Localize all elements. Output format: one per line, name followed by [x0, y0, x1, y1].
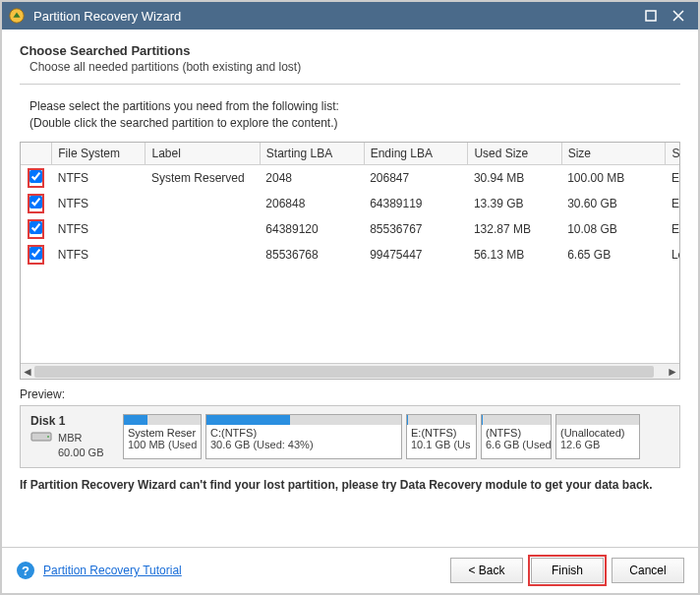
- partition-block[interactable]: E:(NTFS)10.1 GB (Us: [406, 414, 477, 459]
- disk-size: 60.00 GB: [58, 446, 115, 458]
- partition-block[interactable]: System Reser100 MB (Used: [123, 414, 202, 459]
- cell-size: 100.00 MB: [561, 164, 666, 191]
- cell-status: Exis: [666, 191, 679, 216]
- partition-label: (NTFS): [482, 425, 551, 439]
- cell-elba: 64389119: [364, 191, 468, 216]
- cell-fs: NTFS: [52, 242, 146, 268]
- partition-block[interactable]: (NTFS)6.6 GB (Used:: [481, 414, 552, 459]
- partition-sub: 100 MB (Used: [124, 439, 201, 452]
- cell-used: 13.39 GB: [468, 191, 561, 216]
- page-heading: Choose Searched Partitions: [20, 43, 680, 58]
- cell-fs: NTFS: [52, 191, 146, 216]
- cell-label: [146, 191, 260, 216]
- col-used-size[interactable]: Used Size: [468, 143, 561, 165]
- cell-slba: 206848: [260, 191, 364, 216]
- close-button[interactable]: [665, 4, 692, 28]
- col-label[interactable]: Label: [146, 143, 260, 165]
- partition-block[interactable]: (Unallocated)12.6 GB: [555, 414, 640, 459]
- cell-elba: 85536767: [364, 216, 468, 242]
- table-row[interactable]: NTFS6438912085536767132.87 MB10.08 GBExi…: [21, 216, 679, 242]
- cell-status: Los: [666, 242, 679, 268]
- preview-box: Disk 1 MBR 60.00 GB System Reser100 MB (…: [20, 405, 680, 468]
- app-icon: [8, 7, 26, 25]
- cell-slba: 85536768: [260, 242, 364, 268]
- cell-size: 10.08 GB: [561, 216, 666, 242]
- cancel-button[interactable]: Cancel: [612, 558, 684, 583]
- finish-button[interactable]: Finish: [531, 558, 604, 583]
- scroll-right-icon[interactable]: ►: [666, 364, 679, 380]
- cell-fs: NTFS: [52, 164, 146, 191]
- row-checkbox[interactable]: [29, 170, 42, 183]
- titlebar: Partition Recovery Wizard: [2, 2, 698, 30]
- partition-sub: 10.1 GB (Us: [407, 439, 476, 452]
- cell-elba: 99475447: [364, 242, 468, 268]
- table-row[interactable]: NTFS855367689947544756.13 MB6.65 GBLos: [21, 242, 679, 268]
- table-row[interactable]: NTFSSystem Reserved204820684730.94 MB100…: [21, 164, 679, 191]
- horizontal-scrollbar[interactable]: ◄ ►: [21, 363, 679, 379]
- cell-status: Exis: [666, 164, 679, 191]
- cell-slba: 64389120: [260, 216, 364, 242]
- help-icon[interactable]: ?: [16, 561, 35, 580]
- maximize-button[interactable]: [637, 4, 665, 28]
- scroll-left-icon[interactable]: ◄: [21, 364, 34, 380]
- cell-used: 56.13 MB: [468, 242, 561, 268]
- cell-used: 30.94 MB: [468, 164, 561, 191]
- partition-sub: 12.6 GB: [556, 439, 639, 452]
- partition-label: (Unallocated): [556, 425, 639, 439]
- partition-sub: 6.6 GB (Used:: [482, 439, 551, 452]
- partition-sub: 30.6 GB (Used: 43%): [206, 439, 401, 452]
- scroll-thumb[interactable]: [34, 366, 654, 378]
- back-button[interactable]: < Back: [450, 558, 523, 583]
- svg-point-3: [47, 436, 49, 438]
- partition-table: File System Label Starting LBA Ending LB…: [20, 142, 680, 380]
- page-subheading: Choose all needed partitions (both exist…: [29, 60, 680, 74]
- cell-label: [146, 216, 260, 242]
- col-size[interactable]: Size: [561, 143, 666, 165]
- disk-name: Disk 1: [30, 414, 115, 428]
- cell-size: 30.60 GB: [561, 191, 666, 216]
- cell-size: 6.65 GB: [561, 242, 666, 268]
- disk-icon: [30, 430, 52, 446]
- preview-label: Preview:: [20, 387, 680, 401]
- footer: ? Partition Recovery Tutorial < Back Fin…: [2, 547, 698, 593]
- svg-rect-1: [646, 11, 656, 21]
- col-starting-lba[interactable]: Starting LBA: [260, 143, 364, 165]
- cell-used: 132.87 MB: [468, 216, 561, 242]
- divider: [20, 84, 680, 85]
- cell-elba: 206847: [364, 164, 468, 191]
- cell-slba: 2048: [260, 164, 364, 191]
- col-checkbox: [21, 143, 52, 165]
- col-filesystem[interactable]: File System: [52, 143, 146, 165]
- partition-block[interactable]: C:(NTFS)30.6 GB (Used: 43%): [205, 414, 402, 459]
- instruction-line-1: Please select the partitions you need fr…: [29, 98, 680, 115]
- col-ending-lba[interactable]: Ending LBA: [364, 143, 468, 165]
- svg-text:?: ?: [22, 564, 29, 578]
- row-checkbox[interactable]: [29, 247, 42, 260]
- cell-label: System Reserved: [146, 164, 260, 191]
- recovery-note: If Partition Recovery Wizard can't find …: [20, 478, 680, 492]
- cell-label: [146, 242, 260, 268]
- cell-status: Exis: [666, 216, 679, 242]
- partition-label: C:(NTFS): [206, 425, 401, 439]
- table-row[interactable]: NTFS2068486438911913.39 GB30.60 GBExis: [21, 191, 679, 216]
- instruction-line-2: (Double click the searched partition to …: [29, 115, 680, 132]
- row-checkbox[interactable]: [29, 221, 42, 234]
- col-status[interactable]: Stat: [666, 143, 679, 165]
- partition-label: E:(NTFS): [407, 425, 476, 439]
- tutorial-link[interactable]: Partition Recovery Tutorial: [43, 564, 182, 577]
- cell-fs: NTFS: [52, 216, 146, 242]
- disk-info: Disk 1 MBR 60.00 GB: [30, 414, 115, 459]
- partition-label: System Reser: [124, 425, 201, 439]
- window-title: Partition Recovery Wizard: [33, 9, 637, 24]
- disk-type: MBR: [58, 432, 82, 444]
- row-checkbox[interactable]: [29, 196, 42, 208]
